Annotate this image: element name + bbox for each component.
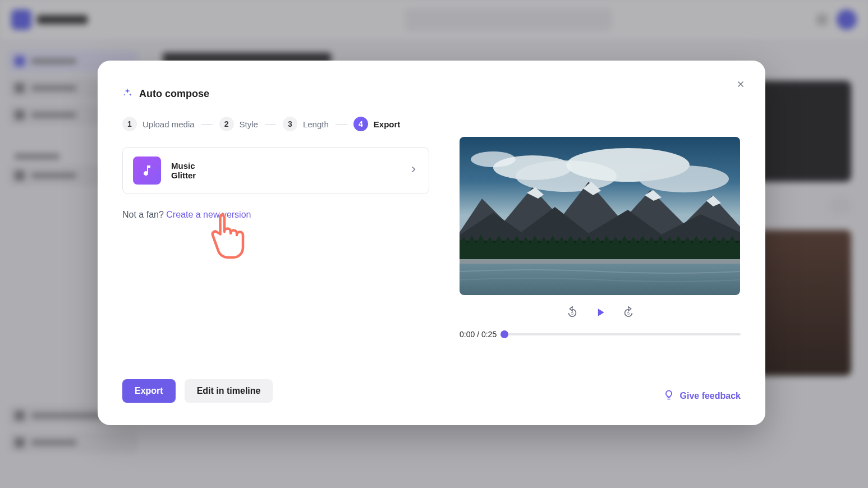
time-separator: / <box>475 330 481 339</box>
close-button[interactable] <box>733 76 748 92</box>
chevron-right-icon <box>408 164 419 177</box>
svg-text:5: 5 <box>627 311 629 316</box>
step-label: Export <box>374 119 401 129</box>
play-button[interactable] <box>593 305 608 320</box>
modal-right-panel: 5 5 0:00 / 0:25 <box>454 61 765 425</box>
step-upload-media[interactable]: 1 Upload media <box>122 117 195 131</box>
auto-compose-modal: Auto compose 1 Upload media 2 Style 3 Le… <box>98 61 765 425</box>
scrub-thumb[interactable] <box>500 330 508 338</box>
sparkle-icon <box>122 88 132 100</box>
step-number: 3 <box>283 117 297 131</box>
svg-point-7 <box>471 151 516 167</box>
give-feedback-label: Give feedback <box>680 391 741 401</box>
music-note-icon <box>133 156 161 185</box>
step-length[interactable]: 3 Length <box>283 117 329 131</box>
step-number: 1 <box>122 117 137 131</box>
export-button[interactable]: Export <box>122 379 176 403</box>
video-preview[interactable] <box>460 137 740 295</box>
modal-header: Auto compose <box>122 88 429 100</box>
music-card-subtitle: Glitter <box>171 171 398 180</box>
time-total: 0:25 <box>481 330 497 339</box>
create-new-version-link[interactable]: Create a new version <box>166 210 251 219</box>
step-export[interactable]: 4 Export <box>353 117 401 131</box>
svg-point-6 <box>639 165 729 192</box>
modal-left-panel: Auto compose 1 Upload media 2 Style 3 Le… <box>98 61 454 425</box>
give-feedback-link[interactable]: Give feedback <box>663 389 741 403</box>
step-separator <box>201 124 213 125</box>
step-separator <box>265 124 276 125</box>
stepper: 1 Upload media 2 Style 3 Length 4 Export <box>122 117 429 131</box>
skip-back-5-button[interactable]: 5 <box>565 305 580 320</box>
lightbulb-icon <box>663 389 674 403</box>
modal-actions: Export Edit in timeline <box>122 368 429 403</box>
music-card-title: Music <box>171 161 398 171</box>
not-a-fan-row: Not a fan? Create a new version <box>122 210 429 220</box>
svg-text:5: 5 <box>571 311 573 316</box>
skip-forward-5-button[interactable]: 5 <box>621 305 636 320</box>
scrub-row: 0:00 / 0:25 <box>460 330 741 339</box>
modal-title: Auto compose <box>139 88 209 100</box>
scrub-track[interactable] <box>504 333 741 335</box>
not-a-fan-prefix: Not a fan? <box>122 210 166 219</box>
step-label: Length <box>303 119 329 129</box>
time-display: 0:00 / 0:25 <box>460 330 497 339</box>
music-selection-card[interactable]: Music Glitter <box>122 147 429 194</box>
step-separator <box>336 124 347 125</box>
music-text-group: Music Glitter <box>171 161 398 180</box>
step-number: 2 <box>219 117 234 131</box>
player-controls: 5 5 <box>460 305 741 320</box>
step-number: 4 <box>353 117 368 131</box>
time-current: 0:00 <box>460 330 475 339</box>
step-label: Style <box>240 119 258 129</box>
step-label: Upload media <box>143 119 195 129</box>
step-style[interactable]: 2 Style <box>219 117 258 131</box>
edit-in-timeline-button[interactable]: Edit in timeline <box>185 379 273 403</box>
